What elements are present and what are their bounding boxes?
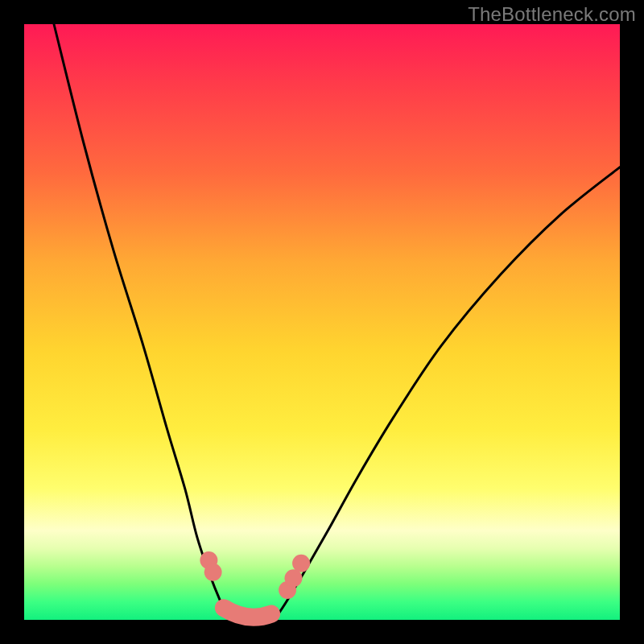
marker-pill — [224, 608, 271, 617]
bottleneck-curve — [24, 24, 620, 620]
gradient-plot-area — [24, 24, 620, 620]
marker-dot — [292, 555, 310, 572]
marker-dot — [204, 564, 222, 581]
curve-left-branch — [54, 24, 229, 620]
chart-frame: TheBottleneck.com — [0, 0, 644, 644]
watermark-text: TheBottleneck.com — [468, 3, 636, 26]
curve-right-branch — [275, 167, 620, 620]
